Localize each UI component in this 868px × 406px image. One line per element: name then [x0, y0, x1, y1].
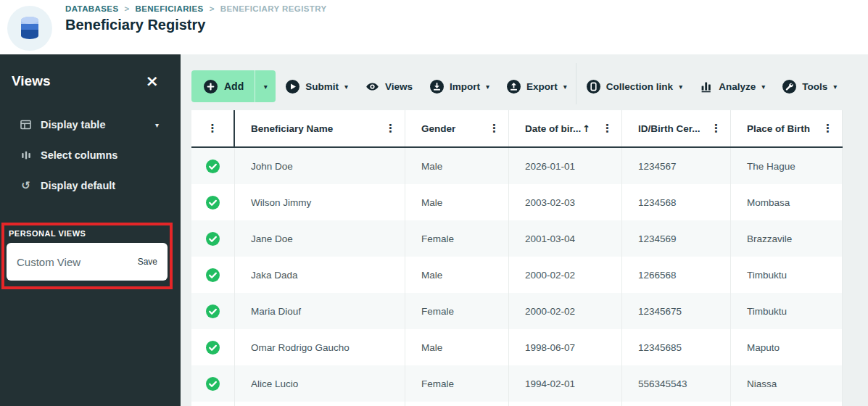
chevron-down-icon: ▾: [486, 83, 489, 91]
kebab-menu-icon[interactable]: ⋮: [711, 122, 722, 135]
add-button[interactable]: Add: [191, 70, 255, 102]
row-status-cell[interactable]: [191, 293, 235, 329]
row-status-cell[interactable]: [191, 257, 235, 293]
cell-date-of-birth[interactable]: 2001-03-04: [509, 220, 622, 257]
cell-place-of-birth[interactable]: Brazzavile: [731, 220, 843, 257]
table-row[interactable]: Jaka Dada Male 2000-02-02 1266568 Timbuk…: [191, 257, 843, 293]
kebab-menu-icon[interactable]: ⋮: [822, 122, 833, 135]
personal-views-highlight-box: PERSONAL VIEWS Save: [1, 223, 173, 289]
row-status-cell[interactable]: [191, 220, 235, 257]
cell-gender[interactable]: Male: [405, 329, 509, 365]
cell-place-of-birth[interactable]: Maputo: [731, 329, 843, 365]
header-cell-id-birth-cert[interactable]: ID/Birth Cer... ⋮: [622, 110, 731, 146]
collection-link-button[interactable]: Collection link ▾: [587, 80, 682, 94]
chevron-down-icon: ▾: [344, 83, 348, 91]
tools-button[interactable]: Tools ▾: [782, 80, 837, 94]
cell-beneficiary-name[interactable]: Alice Lucio: [235, 365, 405, 402]
submit-button-label: Submit: [305, 81, 339, 92]
header-cell-gender[interactable]: Gender ⋮: [405, 110, 509, 146]
kebab-menu-icon[interactable]: ⋮: [207, 122, 218, 135]
row-status-cell[interactable]: [191, 329, 235, 365]
cell-beneficiary-name[interactable]: Omar Rodrigo Gaucho: [235, 329, 405, 365]
cell-place-of-birth[interactable]: Mombasa: [731, 184, 843, 220]
table-row[interactable]: Jane Doe Female 2001-03-04 1234569 Brazz…: [191, 220, 843, 257]
column-label: ID/Birth Cer...: [638, 123, 700, 134]
submit-button[interactable]: Submit ▾: [286, 80, 348, 94]
table-icon: [20, 120, 31, 130]
cell-date-of-birth[interactable]: 2003-02-03: [509, 184, 622, 220]
kebab-menu-icon[interactable]: ⋮: [489, 122, 500, 135]
breadcrumb-beneficiaries[interactable]: BENEFICIARIES: [136, 4, 204, 13]
analyze-button[interactable]: Analyze ▾: [700, 80, 765, 93]
cell-gender[interactable]: Male: [405, 257, 509, 293]
table-row[interactable]: Wilson Jimmy Male 2003-02-03 1234568 Mom…: [191, 184, 843, 220]
cell-date-of-birth[interactable]: 2026-01-01: [509, 148, 622, 184]
sidebar-item-select-columns[interactable]: Select columns: [0, 140, 181, 170]
cell-gender[interactable]: Female: [405, 293, 509, 329]
header-cell-place-of-birth[interactable]: Place of Birth ⋮: [731, 110, 843, 146]
reset-icon: ↺: [20, 181, 31, 191]
validated-check-icon: [206, 160, 220, 173]
header-cell-date-of-birth[interactable]: Date of bir... ↑ ⋮: [509, 110, 622, 146]
cell-gender[interactable]: Female: [405, 365, 509, 402]
cell-beneficiary-name[interactable]: Wilson Jimmy: [235, 184, 405, 220]
cell-place-of-birth[interactable]: Niassa: [731, 365, 843, 402]
cell-date-of-birth[interactable]: 2000-02-02: [509, 293, 622, 329]
table-row[interactable]: Alice Lucio Female 1994-02-01 556345543 …: [191, 365, 843, 402]
cell-id-birth-cert[interactable]: 1234569: [622, 220, 731, 257]
cell-gender[interactable]: Male: [405, 148, 509, 184]
cell-id-birth-cert[interactable]: 12345675: [622, 293, 731, 329]
add-dropdown-button[interactable]: ▾: [255, 70, 276, 102]
chevron-down-icon[interactable]: ▾: [155, 121, 159, 129]
sidebar-item-display-default[interactable]: ↺ Display default: [0, 170, 181, 201]
row-status-cell[interactable]: [191, 365, 235, 402]
table-row[interactable]: Maria Diouf Female 2000-02-02 12345675 T…: [191, 293, 843, 329]
kebab-menu-icon[interactable]: ⋮: [385, 122, 396, 135]
cell-id-birth-cert[interactable]: 12345685: [622, 329, 731, 365]
header-cell-beneficiary-name[interactable]: Beneficiary Name ⋮: [235, 110, 405, 146]
cell-date-of-birth[interactable]: 1998-06-07: [509, 329, 622, 365]
header-cell-select[interactable]: ⋮: [191, 110, 235, 146]
validated-check-icon: [206, 268, 220, 282]
views-button[interactable]: Views: [365, 80, 413, 94]
cell-id-birth-cert[interactable]: 1234568: [622, 184, 731, 220]
cell-id-birth-cert[interactable]: 1234567: [622, 148, 731, 184]
table-row[interactable]: John Doe Male 2026-01-01 1234567 The Hag…: [191, 148, 843, 184]
submit-circle-icon: [286, 80, 299, 94]
save-view-button[interactable]: Save: [138, 257, 157, 267]
row-status-cell[interactable]: [191, 184, 235, 220]
cell-beneficiary-name[interactable]: John Doe: [235, 148, 405, 184]
bar-chart-icon: [700, 80, 713, 93]
kebab-menu-icon[interactable]: ⋮: [602, 122, 613, 135]
cell-id-birth-cert[interactable]: 1266568: [622, 257, 731, 293]
breadcrumb-databases[interactable]: DATABASES: [65, 4, 118, 13]
close-icon[interactable]: ×: [146, 75, 159, 88]
cell-date-of-birth[interactable]: 2000-02-02: [509, 257, 622, 293]
cell-place-of-birth[interactable]: Timbuktu: [731, 293, 843, 329]
cell-beneficiary-name[interactable]: Jaka Dada: [235, 257, 405, 293]
toolbar-divider: [576, 63, 576, 104]
views-sidebar: Views × Display table ▾ Sel: [0, 54, 181, 406]
cell-beneficiary-name[interactable]: Maria Diouf: [235, 293, 405, 329]
collection-link-icon: [587, 80, 600, 94]
cell-gender[interactable]: Female: [405, 220, 509, 257]
sidebar-item-display-table[interactable]: Display table ▾: [0, 109, 181, 140]
cell-id-birth-cert[interactable]: 556345543: [622, 365, 731, 402]
import-button[interactable]: Import ▾: [430, 80, 489, 94]
chevron-down-icon: ▾: [679, 83, 682, 91]
cell-place-of-birth[interactable]: Timbuktu: [731, 257, 843, 293]
column-label: Gender: [421, 123, 455, 134]
row-status-cell[interactable]: [191, 148, 235, 184]
cell-place-of-birth[interactable]: The Hague: [731, 148, 843, 184]
view-name-input[interactable]: [17, 256, 138, 268]
chevron-down-icon: ▾: [563, 83, 567, 91]
cell-beneficiary-name[interactable]: Jane Doe: [235, 220, 405, 257]
top-header: DATABASES > BENEFICIARIES > BENEFICIARY …: [0, 0, 868, 54]
table-row[interactable]: Omar Rodrigo Gaucho Male 1998-06-07 1234…: [191, 329, 843, 365]
personal-view-card: Save: [7, 243, 168, 281]
cell-date-of-birth[interactable]: 1994-02-01: [509, 365, 622, 402]
sort-ascending-icon: ↑: [582, 123, 590, 134]
validated-check-icon: [206, 232, 220, 246]
export-button[interactable]: Export ▾: [507, 80, 567, 94]
cell-gender[interactable]: Male: [405, 184, 509, 220]
